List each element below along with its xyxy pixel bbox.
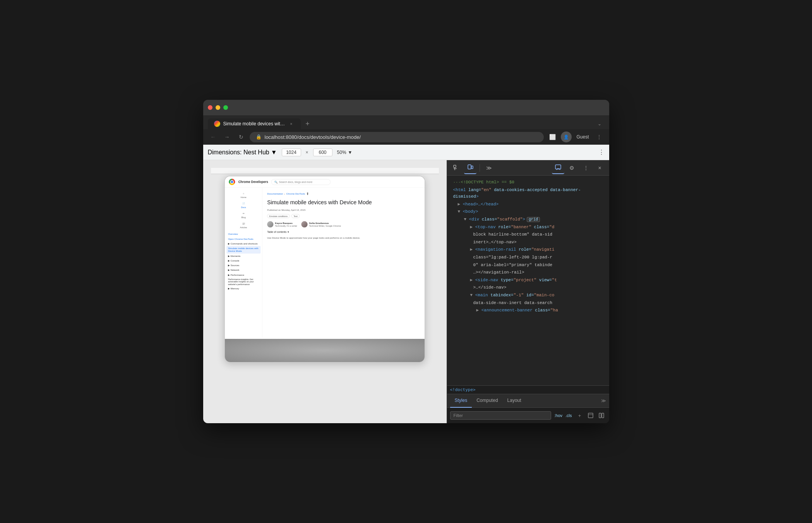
site-search-bar[interactable]: 🔍 Search docs, blogs and more — [271, 179, 331, 185]
devtools-close-button[interactable]: × — [594, 162, 606, 174]
topnav-collapse-icon[interactable]: ▶ — [470, 225, 475, 229]
dom-line-doctype[interactable]: ···<!DOCTYPE html> == $0 — [450, 179, 606, 186]
breadcrumb-documentation[interactable]: Documentation — [267, 192, 283, 195]
tab-layout[interactable]: Layout — [503, 394, 526, 408]
computed-tab-label: Computed — [476, 398, 498, 403]
chat-panel-button[interactable] — [552, 162, 564, 174]
sidebar-nav-home[interactable]: ⌂ Home — [225, 190, 262, 200]
dom-doctype-text: ···<!DOCTYPE html> == $0 — [453, 180, 514, 185]
hov-button[interactable]: :hov — [554, 413, 562, 418]
profile-button[interactable]: 👤 — [561, 132, 572, 142]
tab-computed[interactable]: Computed — [472, 394, 502, 408]
dom-line-body[interactable]: ▼ <body> — [450, 208, 606, 216]
inspect-element-button[interactable] — [450, 162, 463, 174]
cls-button[interactable]: .cls — [565, 413, 572, 418]
home-label: Home — [241, 196, 247, 198]
main-area: Chrome Developers 🔍 Search docs, blogs a… — [203, 160, 609, 423]
dom-line-sidenav2: >…</side-nav> — [450, 284, 606, 292]
website-preview[interactable]: Chrome Developers 🔍 Search docs, blogs a… — [225, 176, 425, 338]
lock-icon: 🔒 — [256, 134, 262, 140]
dom-class-attr: class= — [482, 217, 497, 222]
commands-label: Commands and shortcuts — [231, 242, 258, 245]
browser-menu-button[interactable]: ⋮ — [594, 132, 605, 142]
blog-icon: ✏ — [242, 212, 245, 215]
back-button[interactable]: ← — [208, 132, 219, 142]
dom-line-scaffold[interactable]: ▼ <div class="scaffold">grid — [450, 216, 606, 224]
tag-test[interactable]: Test — [291, 214, 300, 218]
tag-emulate-conditions[interactable]: Emulate conditions — [267, 214, 290, 218]
maximize-window-button[interactable] — [223, 105, 228, 110]
share-button[interactable]: ⬆ — [306, 191, 309, 196]
sidebar-link-elements[interactable]: ▶ Elements — [225, 253, 262, 258]
cast-button[interactable]: ⬜ — [547, 132, 558, 142]
tab-close-button[interactable]: × — [288, 121, 295, 127]
sidebar-link-active[interactable]: Simulate mobile devices with Device Mode — [226, 246, 260, 253]
dom-line-head[interactable]: ▶ <head>…</head> — [450, 201, 606, 209]
sidenav-collapse-icon[interactable]: ▶ — [470, 278, 475, 282]
device-toolbar-more-button[interactable]: ⋮ — [598, 149, 605, 156]
active-tab[interactable]: Simulate mobile devices with D × — [208, 118, 301, 129]
dom-line-main[interactable]: ▼ <main tabindex="-1" id="main-co — [450, 292, 606, 299]
tabs-more-button[interactable]: ≫ — [601, 398, 606, 403]
article-published-date: Published on Monday, April 13, 2015 — [267, 209, 422, 211]
dom-line-navrail2: class="lg:pad-left-200 lg:pad-r — [450, 254, 606, 262]
memory-label: Memory — [231, 287, 239, 290]
dom-line-sidenav[interactable]: ▶ <side-nav type="project" view="t — [450, 277, 606, 284]
sidebar-link-performance[interactable]: ▶ Performance — [225, 272, 262, 277]
style-icon-1[interactable] — [586, 411, 595, 420]
head-collapse-icon[interactable]: ▶ — [458, 202, 463, 207]
reload-button[interactable]: ↻ — [236, 132, 247, 142]
dom-line-html[interactable]: <html lang="en" data-cookies-accepted da… — [450, 186, 606, 201]
forward-button[interactable]: → — [222, 132, 233, 142]
width-input[interactable] — [282, 149, 301, 156]
url-input[interactable]: 🔒 localhost:8080/docs/devtools/device-mo… — [250, 132, 544, 142]
sidebar-link-overview[interactable]: Overview — [225, 232, 262, 236]
author-name-kayce: Kayce Basques — [275, 222, 297, 224]
dom-line-topnav[interactable]: ▶ <top-nav role="banner" class="d — [450, 224, 606, 231]
navrail-collapse-icon[interactable]: ▶ — [470, 247, 475, 252]
sidebar-link-perf-insights[interactable]: Performance insights: Get actionable ins… — [225, 277, 262, 286]
sidebar-link-network[interactable]: ▶ Network — [225, 268, 262, 272]
dom-line-navrail[interactable]: ▶ <navigation-rail role="navigati — [450, 246, 606, 254]
dom-body-tag: <body> — [463, 209, 478, 214]
close-window-button[interactable] — [208, 105, 212, 110]
style-icon-2[interactable] — [597, 411, 606, 420]
author-name-sofia: Sofia Emelianova — [309, 222, 341, 224]
scaffold-collapse-icon[interactable]: ▼ — [464, 217, 469, 222]
horizontal-ruler — [211, 168, 439, 174]
table-of-contents[interactable]: Table of contents ▾ — [267, 231, 422, 234]
sidebar-nav-docs[interactable]: 📄 Docs — [225, 200, 262, 210]
announcement-collapse-icon[interactable]: ▶ — [476, 308, 481, 313]
zoom-selector[interactable]: 50% ▼ — [337, 150, 353, 155]
sidebar-link-memory[interactable]: ▶ Memory — [225, 286, 262, 291]
sidebar-link-console[interactable]: ▶ Console — [225, 258, 262, 263]
add-style-button[interactable]: + — [575, 411, 584, 420]
url-actions: ⬜ 👤 Guest ⋮ — [547, 132, 604, 142]
device-mode-button[interactable] — [464, 162, 476, 174]
tab-expand-button[interactable]: ⌄ — [594, 120, 605, 128]
sidebar-link-sources[interactable]: ▶ Sources — [225, 263, 262, 268]
more-panels-button[interactable]: ≫ — [483, 162, 495, 174]
minimize-window-button[interactable] — [216, 105, 220, 110]
sidebar-nav-articles[interactable]: 📰 Articles — [225, 220, 262, 230]
expand-icon: ▶ — [228, 242, 230, 245]
sidebar-link-commands[interactable]: ▶ Commands and shortcuts — [225, 241, 262, 246]
settings-button[interactable]: ⚙ — [566, 162, 578, 174]
device-preview: Chrome Developers 🔍 Search docs, blogs a… — [203, 160, 447, 423]
tab-styles[interactable]: Styles — [450, 394, 472, 408]
sidebar-nav-blog[interactable]: ✏ Blog — [225, 210, 262, 220]
devtools-more-button[interactable]: ⋮ — [580, 162, 592, 174]
main-collapse-icon[interactable]: ▼ — [470, 293, 475, 297]
body-collapse-icon[interactable]: ▼ — [458, 209, 463, 214]
author-info-kayce: Kayce Basques Technically, I'm a writer — [275, 222, 297, 227]
dom-navrail-aria: 0" aria-label="primary" tabinde — [473, 263, 553, 267]
breadcrumb-chrome-devtools[interactable]: Chrome DevTools — [286, 192, 305, 195]
forward-icon: → — [224, 134, 230, 140]
height-input[interactable] — [313, 149, 332, 156]
dom-line-announcement[interactable]: ▶ <announcement-banner class="ha — [450, 307, 606, 314]
sidebar-link-open-devtools[interactable]: Open Chrome DevTools — [225, 237, 262, 241]
styles-filter-input[interactable]: Filter — [450, 411, 552, 420]
new-tab-button[interactable]: + — [302, 118, 313, 129]
dom-main-data: data-side-nav-inert data-search — [473, 301, 553, 305]
dimensions-selector[interactable]: Dimensions: Nest Hub ▼ — [208, 149, 277, 156]
